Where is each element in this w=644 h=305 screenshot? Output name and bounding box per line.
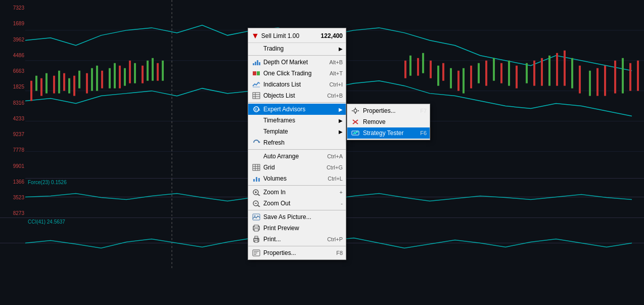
menu-item-indicators-list[interactable]: Indicators List Ctrl+I: [248, 79, 346, 90]
context-menu-overlay: ▼ Sell Limit 1.00 122,400 Trading ▶ Dept…: [0, 0, 644, 305]
svg-rect-83: [355, 108, 356, 109]
depth-of-market-icon: [251, 58, 261, 66]
menu-item-expert-advisors[interactable]: EA Expert Advisors ▶: [248, 104, 346, 115]
svg-rect-76: [253, 93, 260, 99]
svg-rect-73: [253, 71, 256, 75]
grid-label: Grid: [263, 164, 321, 171]
properties-shortcut: F8: [336, 250, 343, 256]
remove-icon: [350, 118, 360, 126]
one-click-trading-label: One Click Trading: [263, 70, 325, 77]
print-preview-icon: [251, 224, 261, 232]
menu-item-depth-of-market[interactable]: Depth Of Market Alt+B: [248, 57, 346, 68]
svg-rect-98: [258, 178, 260, 182]
menu-separator-4: [248, 185, 346, 186]
menu-separator-1: [248, 55, 346, 56]
menu-item-save-as-picture[interactable]: Save As Picture...: [248, 211, 346, 223]
depth-of-market-shortcut: Alt+B: [329, 59, 343, 65]
timeframes-arrow-icon: ▶: [339, 118, 343, 123]
trading-arrow-icon: ▶: [339, 46, 343, 52]
menu-item-trading[interactable]: Trading ▶: [248, 43, 346, 54]
sell-limit-arrow-icon: ▼: [251, 31, 259, 40]
timeframes-icon: [251, 116, 261, 124]
svg-rect-75: [253, 86, 260, 88]
menu-separator-6: [248, 246, 346, 246]
auto-arrange-shortcut: Ctrl+A: [327, 153, 343, 159]
menu-item-auto-arrange[interactable]: Auto Arrange Ctrl+A: [248, 151, 346, 162]
auto-arrange-icon: [251, 152, 261, 160]
menu-item-print-preview[interactable]: Print Preview: [248, 223, 346, 234]
menu-item-zoom-out[interactable]: Zoom Out -: [248, 198, 346, 209]
template-icon: [251, 127, 261, 136]
svg-rect-109: [254, 225, 258, 227]
svg-rect-85: [352, 110, 353, 111]
menu-item-template[interactable]: Template ▶: [248, 126, 346, 137]
menu-item-timeframes[interactable]: Timeframes ▶: [248, 115, 346, 126]
context-menu: ▼ Sell Limit 1.00 122,400 Trading ▶ Dept…: [248, 28, 346, 260]
svg-rect-113: [255, 240, 258, 242]
objects-list-icon: [251, 92, 261, 100]
one-click-trading-shortcut: Alt+T: [330, 70, 343, 76]
menu-item-properties[interactable]: Properties... F8: [248, 247, 346, 258]
print-shortcut: Ctrl+P: [327, 236, 343, 242]
objects-list-label: Objects List: [263, 92, 322, 99]
ea-properties-label: Properties...: [363, 107, 415, 114]
auto-arrange-label: Auto Arrange: [263, 153, 322, 160]
sell-limit-header[interactable]: ▼ Sell Limit 1.00 122,400: [248, 29, 346, 43]
strategy-tester-icon: [350, 129, 360, 137]
menu-separator-5: [248, 210, 346, 210]
svg-rect-110: [254, 229, 258, 231]
properties-icon: [251, 249, 261, 257]
trading-label: Trading: [263, 45, 337, 52]
menu-item-print[interactable]: Print... Ctrl+P: [248, 234, 346, 245]
svg-rect-69: [253, 63, 254, 65]
depth-of-market-label: Depth Of Market: [263, 59, 324, 66]
svg-line-104: [258, 205, 260, 207]
grid-icon: [251, 163, 261, 171]
ea-submenu-item-strategy-tester[interactable]: Strategy Tester F6: [347, 127, 430, 139]
template-label: Template: [263, 128, 337, 135]
menu-item-zoom-in[interactable]: Zoom In +: [248, 187, 346, 198]
menu-item-objects-list[interactable]: Objects List Ctrl+B: [248, 90, 346, 101]
refresh-label: Refresh: [263, 139, 343, 146]
svg-rect-74: [257, 71, 260, 75]
svg-point-82: [354, 109, 357, 112]
svg-rect-71: [257, 60, 258, 65]
svg-text:EA: EA: [255, 107, 260, 112]
grid-shortcut: Ctrl+G: [327, 164, 343, 170]
zoom-in-shortcut: +: [340, 189, 343, 195]
properties-label: Properties...: [263, 249, 331, 256]
svg-rect-91: [253, 164, 260, 170]
menu-item-one-click-trading[interactable]: One Click Trading Alt+T: [248, 68, 346, 79]
svg-rect-86: [358, 110, 359, 111]
expert-advisors-icon: EA: [251, 105, 261, 113]
print-preview-label: Print Preview: [263, 225, 343, 232]
svg-rect-72: [259, 62, 260, 65]
ea-submenu-item-properties[interactable]: Properties... F7: [347, 105, 430, 116]
zoom-out-label: Zoom Out: [263, 200, 336, 207]
sell-limit-label: Sell Limit 1.00: [261, 32, 321, 39]
volumes-label: Volumes: [263, 175, 323, 182]
sell-limit-value: 122,400: [321, 32, 343, 39]
zoom-in-label: Zoom In: [263, 189, 335, 196]
strategy-tester-label: Strategy Tester: [363, 129, 415, 137]
svg-marker-90: [259, 141, 260, 143]
menu-item-volumes[interactable]: Volumes Ctrl+L: [248, 173, 346, 184]
menu-item-refresh[interactable]: Refresh: [248, 137, 346, 148]
ea-submenu: Properties... F7 Remove: [347, 104, 430, 140]
menu-separator-2: [248, 102, 346, 103]
svg-rect-70: [255, 62, 256, 65]
save-as-picture-icon: [251, 213, 261, 221]
svg-point-114: [257, 239, 258, 240]
print-label: Print...: [263, 236, 322, 243]
save-as-picture-label: Save As Picture...: [263, 213, 343, 221]
ea-submenu-item-remove[interactable]: Remove: [347, 116, 430, 127]
ea-properties-shortcut: F7: [420, 108, 427, 114]
properties-gear-icon: [350, 107, 360, 115]
zoom-out-shortcut: -: [341, 200, 343, 206]
menu-item-grid[interactable]: Grid Ctrl+G: [248, 162, 346, 173]
template-arrow-icon: ▶: [339, 129, 343, 135]
svg-rect-84: [355, 113, 356, 114]
indicators-list-icon: [251, 80, 261, 89]
svg-line-100: [258, 194, 260, 196]
zoom-out-icon: [251, 199, 261, 207]
